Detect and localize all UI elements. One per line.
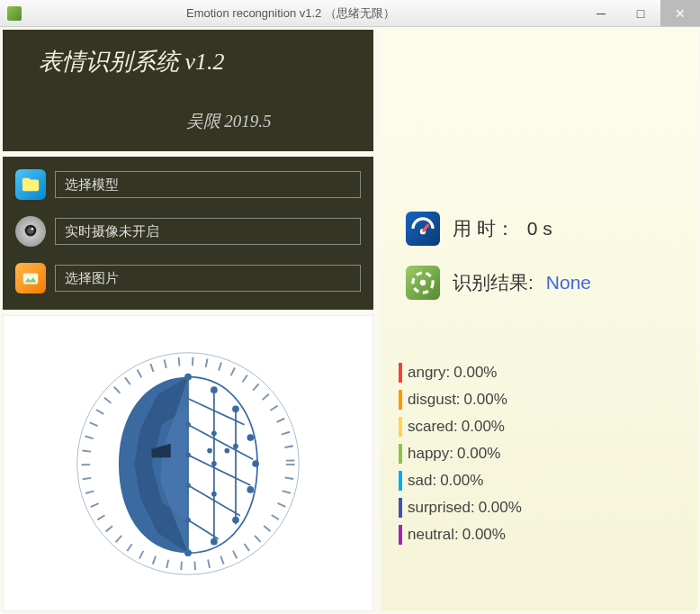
emotion-label: happy: [408, 445, 453, 463]
emotion-row-disgust: disgust: 0.00% [399, 390, 679, 410]
left-panel: 表情识别系统 v1.2 吴限 2019.5 选择模型 实时摄像未开启 [3, 30, 373, 611]
emotion-label: surprised: [408, 499, 475, 517]
camera-field[interactable]: 实时摄像未开启 [55, 218, 361, 245]
svg-point-2 [31, 228, 33, 230]
svg-point-26 [185, 421, 191, 427]
emotion-percent: 0.00% [457, 445, 500, 463]
timing-value: 0 s [527, 218, 552, 239]
emotion-bar [399, 498, 402, 518]
options-block: 选择模型 实时摄像未开启 选择图片 [3, 157, 373, 310]
app-title: 表情识别系统 v1.2 [21, 46, 355, 77]
model-field[interactable]: 选择模型 [55, 171, 361, 198]
emotion-bar [399, 417, 402, 437]
svg-point-30 [211, 461, 217, 466]
svg-point-21 [252, 460, 259, 467]
svg-point-23 [232, 516, 239, 523]
emotion-percent: 0.00% [479, 499, 522, 517]
window-title: Emotion recongnition v1.2 （思绪无限） [0, 5, 581, 22]
author-label: 吴限 2019.5 [102, 110, 355, 133]
emotion-bar [399, 444, 402, 464]
right-panel: 用 时： 0 s 识别结果: None angry: 0.00%disgust:… [381, 30, 697, 611]
svg-point-18 [211, 386, 218, 393]
face-placeholder-icon [58, 347, 319, 581]
timing-label: 用 时： [453, 216, 515, 241]
emotion-label: neutral: [408, 526, 459, 544]
camera-icon[interactable] [15, 216, 46, 247]
svg-point-33 [185, 517, 191, 522]
emotion-percent: 0.00% [464, 391, 507, 409]
image-folder-icon[interactable] [15, 263, 46, 293]
camera-row: 实时摄像未开启 [15, 216, 361, 247]
gauge-icon [406, 212, 440, 246]
window-controls: ─ □ ✕ [581, 0, 700, 26]
minimize-button[interactable]: ─ [581, 0, 621, 26]
header-block: 表情识别系统 v1.2 吴限 2019.5 [3, 30, 373, 151]
emotion-label: scared: [408, 418, 458, 436]
svg-rect-3 [23, 274, 39, 284]
svg-point-22 [247, 486, 254, 493]
titlebar: Emotion recongnition v1.2 （思绪无限） ─ □ ✕ [0, 0, 700, 27]
result-row: 识别结果: None [406, 266, 672, 300]
emotion-bar [399, 363, 402, 383]
select-image-row: 选择图片 [15, 263, 361, 293]
info-section: 用 时： 0 s 识别结果: None [399, 212, 679, 320]
emotion-percent: 0.00% [440, 472, 483, 490]
image-field[interactable]: 选择图片 [55, 265, 361, 292]
emotion-row-surprised: surprised: 0.00% [399, 498, 679, 518]
maximize-button[interactable]: □ [621, 0, 660, 26]
svg-point-39 [420, 280, 426, 285]
svg-point-35 [224, 447, 229, 453]
svg-point-25 [184, 549, 192, 556]
svg-point-17 [184, 373, 192, 380]
result-icon [406, 266, 440, 300]
result-label: 识别结果: [453, 270, 534, 295]
timing-row: 用 时： 0 s [406, 212, 672, 246]
svg-point-29 [185, 452, 191, 457]
emotion-percent: 0.00% [462, 418, 505, 436]
emotion-row-happy: happy: 0.00% [399, 444, 679, 464]
emotion-label: sad: [408, 472, 436, 490]
svg-line-37 [423, 224, 428, 231]
image-preview [3, 315, 373, 611]
svg-line-11 [188, 424, 253, 459]
svg-point-24 [211, 537, 218, 545]
emotion-row-angry: angry: 0.00% [399, 363, 679, 383]
svg-line-12 [188, 455, 250, 485]
emotion-row-sad: sad: 0.00% [399, 471, 679, 491]
emotion-row-scared: scared: 0.00% [399, 417, 679, 437]
svg-point-19 [232, 405, 239, 412]
svg-point-28 [233, 443, 238, 448]
emotion-row-neutral: neutral: 0.00% [399, 525, 679, 545]
main-area: 表情识别系统 v1.2 吴限 2019.5 选择模型 实时摄像未开启 [0, 27, 700, 614]
svg-point-27 [211, 430, 217, 436]
close-button[interactable]: ✕ [660, 0, 700, 26]
svg-point-34 [207, 447, 212, 453]
svg-point-31 [185, 483, 191, 488]
emotion-bar [399, 471, 402, 491]
emotion-label: disgust: [408, 391, 461, 409]
emotion-bar [399, 525, 402, 545]
result-value: None [546, 272, 591, 293]
select-model-row: 选择模型 [15, 169, 361, 200]
emotion-label: angry: [408, 364, 450, 382]
emotion-percent: 0.00% [462, 526, 506, 544]
emotions-list: angry: 0.00%disgust: 0.00%scared: 0.00%h… [399, 363, 679, 545]
emotion-bar [399, 390, 402, 410]
emotion-percent: 0.00% [453, 364, 497, 382]
folder-icon[interactable] [15, 169, 46, 200]
svg-point-20 [247, 434, 254, 441]
svg-point-32 [211, 491, 217, 496]
